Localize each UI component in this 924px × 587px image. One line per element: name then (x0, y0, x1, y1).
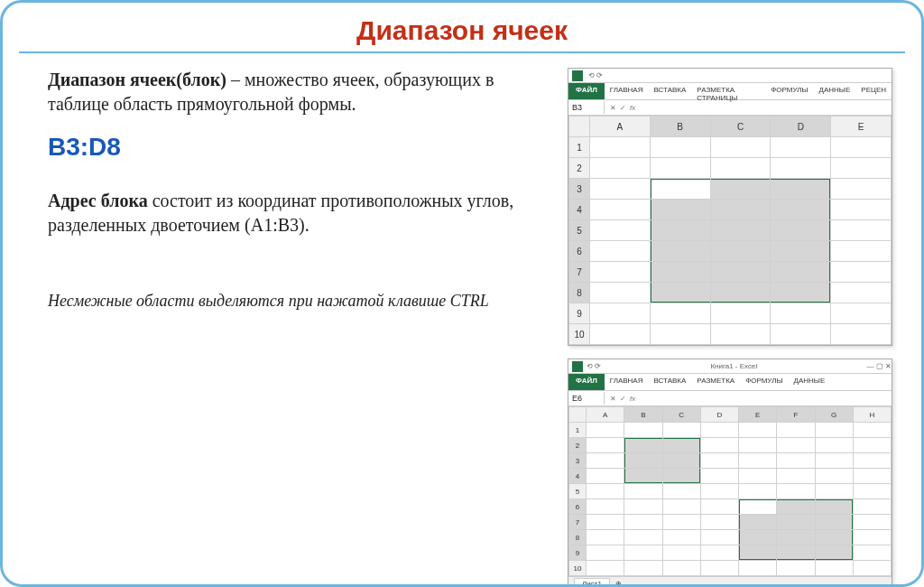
definition-term: Диапазон ячеек(блок) (48, 70, 226, 89)
cell (831, 220, 891, 240)
cell (590, 137, 650, 157)
cell (854, 438, 891, 452)
col-header: F (777, 407, 814, 422)
cell (663, 530, 700, 545)
cell (816, 499, 853, 514)
cell (771, 324, 830, 344)
cell (701, 530, 738, 545)
cell (587, 453, 624, 468)
cell (771, 220, 830, 240)
cell (590, 303, 650, 323)
cell (701, 561, 738, 575)
cell (590, 220, 650, 240)
cell (590, 241, 650, 261)
cell (590, 179, 650, 199)
cell (854, 545, 891, 560)
cell (651, 220, 710, 240)
row-header: 1 (569, 137, 589, 157)
cell (816, 484, 853, 498)
excel-logo-icon (572, 361, 583, 372)
cell (816, 423, 853, 437)
row-header: 5 (569, 484, 586, 498)
cell (816, 469, 853, 483)
cell (701, 545, 738, 560)
cell (771, 241, 830, 261)
ribbon-tab: ДАННЫЕ (789, 374, 831, 390)
range-example: B3:D8 (48, 133, 550, 162)
cell (663, 438, 700, 452)
name-box: E6 (568, 392, 605, 405)
cell (587, 530, 624, 545)
cell (587, 515, 624, 529)
cell (711, 220, 771, 240)
cell (624, 453, 661, 468)
cell (587, 484, 624, 498)
cell (624, 545, 661, 560)
cell (771, 262, 830, 282)
ribbon-file-tab: ФАЙЛ (568, 374, 605, 390)
cell (651, 283, 710, 303)
excel-screenshot-2: ⟲ ⟳ Книга1 - Excel — ▢ ✕ ФАЙЛ ГЛАВНАЯ ВС… (568, 359, 892, 587)
col-header: E (739, 407, 776, 422)
cell (663, 453, 700, 468)
cell (854, 453, 891, 468)
workbook-title: Книга1 - Excel (710, 362, 757, 370)
ribbon-tab: ФОРМУЛЫ (765, 83, 813, 99)
cell (587, 561, 624, 575)
row-header: 2 (569, 158, 589, 178)
cell (777, 561, 814, 575)
ribbon-tab: РАЗМЕТКА СТРАНИЦЫ (691, 83, 765, 99)
row-header: 9 (569, 303, 589, 323)
cell (739, 515, 776, 529)
window-controls: — ▢ ✕ (867, 362, 892, 370)
cell (590, 283, 650, 303)
cell (854, 499, 891, 514)
row-header: 7 (569, 262, 589, 282)
row-header: 4 (569, 200, 589, 219)
cell (651, 262, 710, 282)
cell (816, 438, 853, 452)
row-header: 6 (569, 241, 589, 261)
cell (590, 158, 650, 178)
cell (777, 515, 814, 529)
cell (587, 423, 624, 437)
cell (831, 283, 891, 303)
cell (831, 241, 891, 261)
cell (711, 179, 771, 199)
cell (739, 453, 776, 468)
cell (831, 303, 891, 323)
cell (587, 438, 624, 452)
cell (739, 423, 776, 437)
ribbon-tab: ВСТАВКА (648, 83, 691, 99)
cell (663, 423, 700, 437)
cell (701, 453, 738, 468)
cell (711, 324, 771, 344)
cell (663, 561, 700, 575)
cell (590, 324, 650, 344)
new-sheet-icon: ⊕ (615, 580, 622, 587)
cell (831, 200, 891, 219)
cell (587, 469, 624, 483)
col-header: C (711, 116, 771, 136)
cell (701, 515, 738, 529)
ribbon-tab: ГЛАВНАЯ (605, 83, 649, 99)
cell (711, 158, 771, 178)
cell (854, 530, 891, 545)
cell (831, 324, 891, 344)
cell (771, 137, 830, 157)
row-header: 4 (569, 469, 586, 483)
col-header: A (590, 116, 650, 136)
col-header: B (651, 116, 710, 136)
cell (651, 303, 710, 323)
cell (624, 515, 661, 529)
cell (624, 499, 661, 514)
cell (816, 561, 853, 575)
cell (711, 283, 771, 303)
cell (816, 530, 853, 545)
cell (854, 561, 891, 575)
row-header: 1 (569, 423, 586, 437)
ribbon-tab: ДАННЫЕ (814, 83, 856, 99)
cell (624, 438, 661, 452)
col-header: H (854, 407, 891, 422)
cell (663, 545, 700, 560)
